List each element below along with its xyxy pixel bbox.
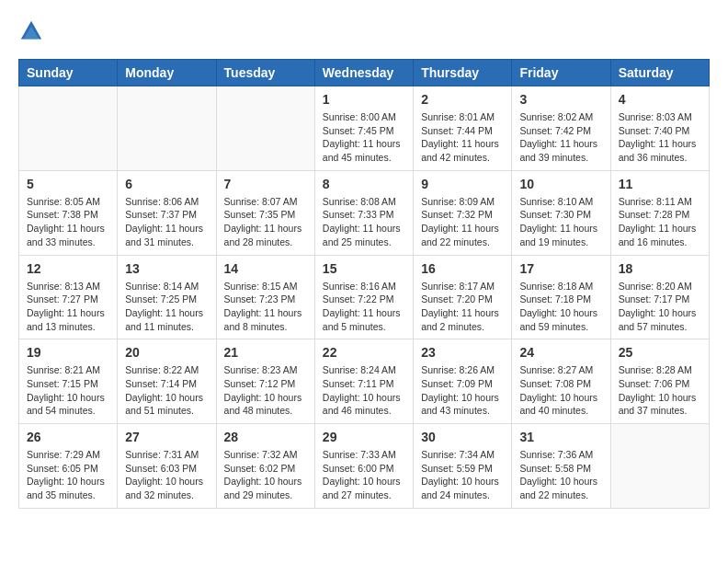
calendar-cell — [216, 86, 314, 171]
page-header — [18, 18, 710, 44]
weekday-header-sunday: Sunday — [19, 60, 118, 86]
day-info: Sunrise: 8:26 AM Sunset: 7:09 PM Dayligh… — [421, 363, 504, 418]
day-number: 7 — [224, 177, 307, 191]
day-number: 31 — [519, 430, 602, 444]
calendar-cell: 21Sunrise: 8:23 AM Sunset: 7:12 PM Dayli… — [216, 339, 314, 424]
day-number: 29 — [323, 430, 405, 444]
day-number: 20 — [125, 345, 208, 360]
calendar-cell — [610, 424, 709, 509]
day-number: 25 — [619, 345, 701, 360]
day-number: 23 — [421, 345, 504, 360]
day-info: Sunrise: 8:15 AM Sunset: 7:23 PM Dayligh… — [224, 280, 307, 334]
weekday-header-friday: Friday — [512, 60, 610, 86]
day-number: 10 — [519, 177, 602, 191]
weekday-header-thursday: Thursday — [414, 60, 512, 86]
day-number: 2 — [421, 92, 504, 107]
calendar-cell: 1Sunrise: 8:00 AM Sunset: 7:45 PM Daylig… — [314, 86, 413, 171]
calendar-cell: 23Sunrise: 8:26 AM Sunset: 7:09 PM Dayli… — [414, 339, 512, 424]
day-info: Sunrise: 8:14 AM Sunset: 7:25 PM Dayligh… — [125, 280, 208, 334]
day-number: 15 — [323, 261, 405, 276]
calendar-cell: 29Sunrise: 7:33 AM Sunset: 6:00 PM Dayli… — [314, 424, 413, 509]
day-number: 14 — [224, 261, 307, 276]
day-number: 24 — [519, 345, 602, 360]
calendar-cell: 18Sunrise: 8:20 AM Sunset: 7:17 PM Dayli… — [610, 255, 709, 339]
calendar-cell: 22Sunrise: 8:24 AM Sunset: 7:11 PM Dayli… — [314, 339, 413, 424]
day-number: 27 — [125, 430, 208, 444]
day-number: 21 — [224, 345, 307, 360]
calendar-cell: 6Sunrise: 8:06 AM Sunset: 7:37 PM Daylig… — [118, 170, 216, 255]
day-info: Sunrise: 7:33 AM Sunset: 6:00 PM Dayligh… — [323, 448, 405, 502]
calendar-cell: 4Sunrise: 8:03 AM Sunset: 7:40 PM Daylig… — [610, 86, 709, 171]
day-number: 9 — [421, 177, 504, 191]
day-info: Sunrise: 8:13 AM Sunset: 7:27 PM Dayligh… — [27, 280, 109, 334]
calendar-cell: 10Sunrise: 8:10 AM Sunset: 7:30 PM Dayli… — [512, 170, 610, 255]
day-info: Sunrise: 8:07 AM Sunset: 7:35 PM Dayligh… — [224, 195, 307, 249]
day-info: Sunrise: 8:11 AM Sunset: 7:28 PM Dayligh… — [619, 195, 701, 249]
calendar-cell: 13Sunrise: 8:14 AM Sunset: 7:25 PM Dayli… — [118, 255, 216, 339]
day-number: 30 — [421, 430, 504, 444]
day-info: Sunrise: 8:18 AM Sunset: 7:18 PM Dayligh… — [519, 280, 602, 334]
calendar-cell: 27Sunrise: 7:31 AM Sunset: 6:03 PM Dayli… — [118, 424, 216, 509]
day-info: Sunrise: 7:34 AM Sunset: 5:59 PM Dayligh… — [421, 448, 504, 502]
day-info: Sunrise: 8:05 AM Sunset: 7:38 PM Dayligh… — [27, 195, 109, 249]
day-info: Sunrise: 8:17 AM Sunset: 7:20 PM Dayligh… — [421, 280, 504, 334]
logo-icon — [18, 18, 44, 44]
week-row-3: 12Sunrise: 8:13 AM Sunset: 7:27 PM Dayli… — [19, 255, 710, 339]
day-info: Sunrise: 7:29 AM Sunset: 6:05 PM Dayligh… — [27, 448, 109, 502]
day-number: 1 — [323, 92, 405, 107]
day-info: Sunrise: 8:16 AM Sunset: 7:22 PM Dayligh… — [323, 280, 405, 334]
day-info: Sunrise: 7:32 AM Sunset: 6:02 PM Dayligh… — [224, 448, 307, 502]
day-info: Sunrise: 8:24 AM Sunset: 7:11 PM Dayligh… — [323, 363, 405, 418]
day-info: Sunrise: 8:20 AM Sunset: 7:17 PM Dayligh… — [619, 280, 701, 334]
calendar-cell: 20Sunrise: 8:22 AM Sunset: 7:14 PM Dayli… — [118, 339, 216, 424]
calendar-cell: 17Sunrise: 8:18 AM Sunset: 7:18 PM Dayli… — [512, 255, 610, 339]
day-info: Sunrise: 8:23 AM Sunset: 7:12 PM Dayligh… — [224, 363, 307, 418]
day-number: 5 — [27, 177, 109, 191]
day-number: 6 — [125, 177, 208, 191]
calendar-cell: 7Sunrise: 8:07 AM Sunset: 7:35 PM Daylig… — [216, 170, 314, 255]
day-number: 26 — [27, 430, 109, 444]
calendar-cell: 28Sunrise: 7:32 AM Sunset: 6:02 PM Dayli… — [216, 424, 314, 509]
calendar-cell: 19Sunrise: 8:21 AM Sunset: 7:15 PM Dayli… — [19, 339, 118, 424]
weekday-header-monday: Monday — [118, 60, 216, 86]
day-number: 17 — [519, 261, 602, 276]
calendar-cell: 2Sunrise: 8:01 AM Sunset: 7:44 PM Daylig… — [414, 86, 512, 171]
calendar-cell — [118, 86, 216, 171]
calendar-cell: 11Sunrise: 8:11 AM Sunset: 7:28 PM Dayli… — [610, 170, 709, 255]
weekday-header-tuesday: Tuesday — [216, 60, 314, 86]
day-info: Sunrise: 7:31 AM Sunset: 6:03 PM Dayligh… — [125, 448, 208, 502]
calendar-cell: 30Sunrise: 7:34 AM Sunset: 5:59 PM Dayli… — [414, 424, 512, 509]
calendar-cell: 14Sunrise: 8:15 AM Sunset: 7:23 PM Dayli… — [216, 255, 314, 339]
day-number: 11 — [619, 177, 701, 191]
calendar-cell: 26Sunrise: 7:29 AM Sunset: 6:05 PM Dayli… — [19, 424, 118, 509]
calendar-cell — [19, 86, 118, 171]
day-info: Sunrise: 8:06 AM Sunset: 7:37 PM Dayligh… — [125, 195, 208, 249]
week-row-4: 19Sunrise: 8:21 AM Sunset: 7:15 PM Dayli… — [19, 339, 710, 424]
day-info: Sunrise: 8:10 AM Sunset: 7:30 PM Dayligh… — [519, 195, 602, 249]
calendar-table: SundayMondayTuesdayWednesdayThursdayFrid… — [18, 59, 710, 509]
calendar-cell: 25Sunrise: 8:28 AM Sunset: 7:06 PM Dayli… — [610, 339, 709, 424]
week-row-2: 5Sunrise: 8:05 AM Sunset: 7:38 PM Daylig… — [19, 170, 710, 255]
day-number: 4 — [619, 92, 701, 107]
day-number: 22 — [323, 345, 405, 360]
day-number: 16 — [421, 261, 504, 276]
day-info: Sunrise: 8:08 AM Sunset: 7:33 PM Dayligh… — [323, 195, 405, 249]
day-number: 28 — [224, 430, 307, 444]
logo — [18, 18, 48, 44]
day-info: Sunrise: 8:09 AM Sunset: 7:32 PM Dayligh… — [421, 195, 504, 249]
weekday-header-row: SundayMondayTuesdayWednesdayThursdayFrid… — [19, 60, 710, 86]
calendar-cell: 24Sunrise: 8:27 AM Sunset: 7:08 PM Dayli… — [512, 339, 610, 424]
weekday-header-saturday: Saturday — [610, 60, 709, 86]
calendar-cell: 16Sunrise: 8:17 AM Sunset: 7:20 PM Dayli… — [414, 255, 512, 339]
day-info: Sunrise: 8:21 AM Sunset: 7:15 PM Dayligh… — [27, 363, 109, 418]
calendar-cell: 8Sunrise: 8:08 AM Sunset: 7:33 PM Daylig… — [314, 170, 413, 255]
day-info: Sunrise: 8:02 AM Sunset: 7:42 PM Dayligh… — [519, 110, 602, 165]
day-number: 18 — [619, 261, 701, 276]
day-info: Sunrise: 7:36 AM Sunset: 5:58 PM Dayligh… — [519, 448, 602, 502]
calendar-cell: 15Sunrise: 8:16 AM Sunset: 7:22 PM Dayli… — [314, 255, 413, 339]
day-number: 19 — [27, 345, 109, 360]
day-info: Sunrise: 8:27 AM Sunset: 7:08 PM Dayligh… — [519, 363, 602, 418]
day-info: Sunrise: 8:28 AM Sunset: 7:06 PM Dayligh… — [619, 363, 701, 418]
week-row-1: 1Sunrise: 8:00 AM Sunset: 7:45 PM Daylig… — [19, 86, 710, 171]
calendar-cell: 5Sunrise: 8:05 AM Sunset: 7:38 PM Daylig… — [19, 170, 118, 255]
